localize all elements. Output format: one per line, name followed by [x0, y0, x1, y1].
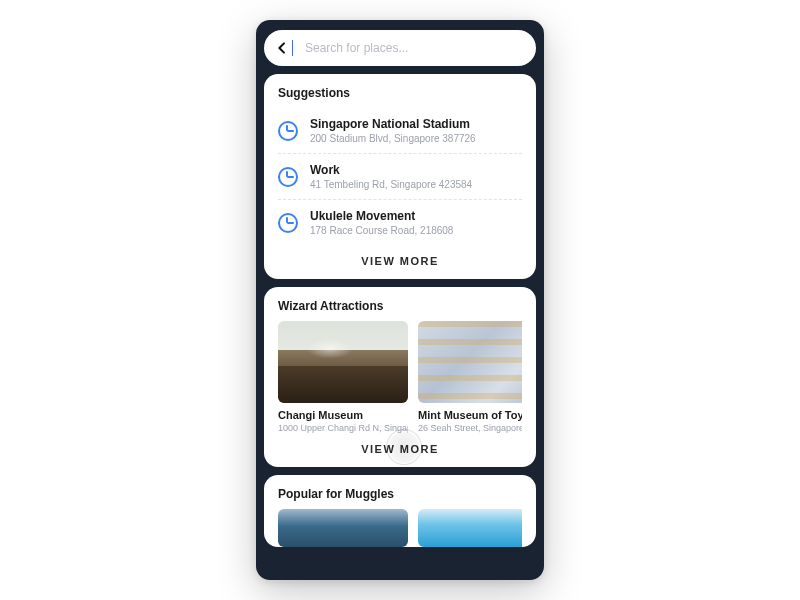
suggestion-address: 200 Stadium Blvd, Singapore 387726 [310, 133, 476, 144]
suggestions-card: Suggestions Singapore National Stadium 2… [264, 74, 536, 279]
clock-icon [278, 167, 298, 187]
muggles-title: Popular for Muggles [278, 487, 522, 501]
app-frame: Suggestions Singapore National Stadium 2… [256, 20, 544, 580]
suggestion-name: Ukulele Movement [310, 209, 453, 223]
attraction-address: 26 Seah Street, Singapore [418, 423, 522, 433]
attraction-item[interactable]: Changi Museum 1000 Upper Changi Rd N, Si… [278, 321, 408, 433]
wizard-attractions-card: Wizard Attractions Changi Museum 1000 Up… [264, 287, 536, 467]
attraction-name: Changi Museum [278, 409, 408, 421]
suggestions-title: Suggestions [278, 86, 522, 100]
attraction-address: 1000 Upper Changi Rd N, Singapore 5 [278, 423, 408, 433]
suggestion-name: Work [310, 163, 472, 177]
suggestion-item[interactable]: Singapore National Stadium 200 Stadium B… [278, 108, 522, 154]
suggestion-item[interactable]: Ukulele Movement 178 Race Course Road, 2… [278, 200, 522, 245]
suggestions-view-more-button[interactable]: VIEW MORE [278, 245, 522, 269]
suggestions-list: Singapore National Stadium 200 Stadium B… [278, 108, 522, 245]
search-input[interactable] [305, 41, 526, 55]
muggles-carousel[interactable] [278, 509, 522, 547]
attraction-image [278, 509, 408, 547]
search-bar[interactable] [264, 30, 536, 66]
wizard-view-more-button[interactable]: VIEW MORE [278, 433, 522, 457]
back-icon[interactable] [274, 40, 290, 56]
app-scroll[interactable]: Suggestions Singapore National Stadium 2… [264, 30, 536, 580]
clock-icon [278, 121, 298, 141]
attraction-item[interactable] [418, 509, 522, 547]
suggestion-item[interactable]: Work 41 Tembeling Rd, Singapore 423584 [278, 154, 522, 200]
attraction-image [418, 509, 522, 547]
attraction-item[interactable] [278, 509, 408, 547]
attraction-name: Mint Museum of Toys [418, 409, 522, 421]
suggestion-address: 178 Race Course Road, 218608 [310, 225, 453, 236]
attraction-image [418, 321, 522, 403]
suggestion-name: Singapore National Stadium [310, 117, 476, 131]
attraction-image [278, 321, 408, 403]
wizard-title: Wizard Attractions [278, 299, 522, 313]
clock-icon [278, 213, 298, 233]
suggestion-address: 41 Tembeling Rd, Singapore 423584 [310, 179, 472, 190]
text-cursor-icon [292, 40, 293, 56]
wizard-carousel[interactable]: Changi Museum 1000 Upper Changi Rd N, Si… [278, 321, 522, 433]
attraction-item[interactable]: Mint Museum of Toys 26 Seah Street, Sing… [418, 321, 522, 433]
muggles-card: Popular for Muggles [264, 475, 536, 547]
